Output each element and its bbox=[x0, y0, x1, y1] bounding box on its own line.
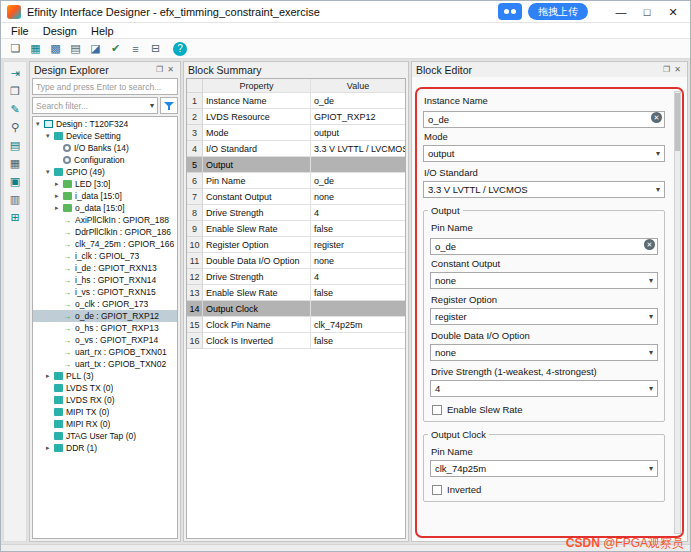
expander-icon[interactable] bbox=[55, 192, 63, 200]
import-icon[interactable]: ⇥ bbox=[7, 66, 23, 81]
table-row[interactable]: 11Double Data I/O Optionnone bbox=[187, 253, 405, 269]
tree-item-ddrpllclkin[interactable]: DdrPllClkIn : GPIOR_186 bbox=[33, 226, 177, 238]
table-row[interactable]: 12Drive Strength4 bbox=[187, 269, 405, 285]
tree-item-ddr[interactable]: DDR (1) bbox=[33, 442, 177, 454]
menu-file[interactable]: File bbox=[4, 25, 36, 37]
minimize-button[interactable]: — bbox=[608, 2, 634, 22]
instance-name-input[interactable] bbox=[423, 111, 665, 128]
maximize-button[interactable]: □ bbox=[634, 2, 660, 22]
floorplan-icon[interactable]: ▦ bbox=[7, 156, 23, 171]
tree-item-i-vs[interactable]: i_vs : GPIOT_RXN15 bbox=[33, 286, 177, 298]
timing-browser-icon[interactable]: ◪ bbox=[87, 41, 104, 57]
table-row[interactable]: 6Pin Nameo_de bbox=[187, 173, 405, 189]
clear-icon[interactable] bbox=[651, 112, 662, 123]
tree-item-o-hs[interactable]: o_hs : GPIOT_RXP13 bbox=[33, 322, 177, 334]
float-icon[interactable] bbox=[154, 64, 165, 75]
table-section-row[interactable]: 14Output Clock bbox=[187, 301, 405, 317]
table-row[interactable]: 3Modeoutput bbox=[187, 125, 405, 141]
tree-item-o-data[interactable]: o_data [15:0] bbox=[33, 202, 177, 214]
table-row[interactable]: 9Enable Slew Ratefalse bbox=[187, 221, 405, 237]
check-design-icon[interactable]: ✔ bbox=[107, 41, 124, 57]
clock-pin-name-select[interactable]: clk_74p25m bbox=[430, 460, 658, 477]
tree-item-i-de[interactable]: i_de : GPIOT_RXN13 bbox=[33, 262, 177, 274]
menu-design[interactable]: Design bbox=[36, 25, 84, 37]
close-icon[interactable] bbox=[672, 64, 683, 75]
expander-icon[interactable] bbox=[46, 132, 54, 140]
tree-item-mipi-tx[interactable]: MIPI TX (0) bbox=[33, 406, 177, 418]
tree-item-clk-74-25m[interactable]: clk_74_25m : GPIOR_166 bbox=[33, 238, 177, 250]
report-icon[interactable]: ▤ bbox=[7, 138, 23, 153]
tree-item-i-data[interactable]: i_data [15:0] bbox=[33, 190, 177, 202]
table-row[interactable]: 7Constant Outputnone bbox=[187, 189, 405, 205]
edit-icon[interactable]: ✎ bbox=[7, 102, 23, 117]
tree-item-i-clk[interactable]: i_clk : GPIOL_73 bbox=[33, 250, 177, 262]
configuration-list-icon[interactable]: ≡ bbox=[127, 41, 144, 57]
resource-report-icon[interactable]: ▤ bbox=[67, 41, 84, 57]
drive-strength-select[interactable]: 4 bbox=[430, 380, 658, 397]
io-standard-select[interactable]: 3.3 V LVTTL / LVCMOS bbox=[423, 181, 665, 198]
design-explorer-header[interactable]: Design Explorer bbox=[30, 62, 180, 77]
tree-item-axipllclkin[interactable]: AxiPllClkIn : GPIOR_188 bbox=[33, 214, 177, 226]
close-button[interactable]: ✕ bbox=[660, 2, 686, 22]
expander-icon[interactable] bbox=[55, 204, 63, 212]
float-icon[interactable] bbox=[661, 64, 672, 75]
double-data-io-select[interactable]: none bbox=[430, 344, 658, 361]
tree-item-uart-rx[interactable]: uart_rx : GPIOB_TXN01 bbox=[33, 346, 177, 358]
inverted-checkbox[interactable] bbox=[432, 485, 442, 495]
filter-button[interactable] bbox=[160, 97, 178, 114]
block-summary-header[interactable]: Block Summary bbox=[184, 62, 408, 77]
register-option-select[interactable]: register bbox=[430, 308, 658, 325]
table-section-row[interactable]: 5Output bbox=[187, 157, 405, 173]
enable-slew-rate-checkbox[interactable] bbox=[432, 405, 442, 415]
table-row[interactable]: 15Clock Pin Nameclk_74p25m bbox=[187, 317, 405, 333]
tree-item-mipi-rx[interactable]: MIPI RX (0) bbox=[33, 418, 177, 430]
tree-item-lvds-tx[interactable]: LVDS TX (0) bbox=[33, 382, 177, 394]
search-filter-combobox[interactable]: Search filter... bbox=[32, 97, 158, 114]
table-row[interactable]: 8Drive Strength4 bbox=[187, 205, 405, 221]
search-input[interactable] bbox=[32, 78, 178, 95]
tree-item-jtag-user-tap[interactable]: JTAG User Tap (0) bbox=[33, 430, 177, 442]
drag-upload-button[interactable]: 拖拽上传 bbox=[528, 3, 588, 20]
tree-item-i-hs[interactable]: i_hs : GPIOT_RXN14 bbox=[33, 274, 177, 286]
tree-item-uart-tx[interactable]: uart_tx : GPIOB_TXN02 bbox=[33, 358, 177, 370]
float-window-icon[interactable]: ❐ bbox=[7, 84, 23, 99]
tree-item-o-de[interactable]: o_de : GPIOT_RXP12 bbox=[33, 310, 177, 322]
memory-icon[interactable]: ▥ bbox=[7, 192, 23, 207]
tree-item-o-vs[interactable]: o_vs : GPIOT_RXP14 bbox=[33, 334, 177, 346]
tree-item-io-banks[interactable]: I/O Banks (14) bbox=[33, 142, 177, 154]
table-row[interactable]: 1Instance Nameo_de bbox=[187, 93, 405, 109]
table-row[interactable]: 16Clock Is Invertedfalse bbox=[187, 333, 405, 349]
scrollbar[interactable] bbox=[674, 91, 681, 534]
constant-output-select[interactable]: none bbox=[430, 272, 658, 289]
upload-widget-icon[interactable] bbox=[498, 3, 522, 20]
expander-icon[interactable] bbox=[46, 444, 54, 452]
block-editor-header[interactable]: Block Editor bbox=[412, 62, 687, 77]
open-project-icon[interactable]: ❏ bbox=[7, 41, 24, 57]
clear-icon[interactable] bbox=[644, 239, 655, 250]
close-icon[interactable] bbox=[165, 64, 176, 75]
print-icon[interactable]: ⊟ bbox=[147, 41, 164, 57]
tree-item-design[interactable]: Design : T120F324 bbox=[33, 118, 177, 130]
table-row[interactable]: 10Register Optionregister bbox=[187, 237, 405, 253]
pin-name-input[interactable] bbox=[430, 238, 658, 255]
pin-grid-icon[interactable]: ⊞ bbox=[7, 210, 23, 225]
scrollbar-thumb[interactable] bbox=[675, 93, 680, 151]
mode-select[interactable]: output bbox=[423, 145, 665, 162]
expander-icon[interactable] bbox=[36, 120, 44, 128]
menu-help[interactable]: Help bbox=[84, 25, 121, 37]
tree-item-o-clk[interactable]: o_clk : GPIOR_173 bbox=[33, 298, 177, 310]
table-row[interactable]: 13Enable Slew Ratefalse bbox=[187, 285, 405, 301]
floorplan-editor-icon[interactable]: ▦ bbox=[27, 41, 44, 57]
package-viewer-icon[interactable]: ▩ bbox=[47, 41, 64, 57]
table-row[interactable]: 4I/O Standard3.3 V LVTTL / LVCMOS bbox=[187, 141, 405, 157]
tree-item-pll[interactable]: PLL (3) bbox=[33, 370, 177, 382]
tree-item-lvds-rx[interactable]: LVDS RX (0) bbox=[33, 394, 177, 406]
tree-item-device-setting[interactable]: Device Setting bbox=[33, 130, 177, 142]
table-row[interactable]: 2LVDS ResourceGPIOT_RXP12 bbox=[187, 109, 405, 125]
expander-icon[interactable] bbox=[46, 168, 54, 176]
tree-item-led[interactable]: LED [3:0] bbox=[33, 178, 177, 190]
expander-icon[interactable] bbox=[46, 372, 54, 380]
tree-item-gpio[interactable]: GPIO (49) bbox=[33, 166, 177, 178]
help-icon[interactable]: ? bbox=[173, 42, 187, 56]
expander-icon[interactable] bbox=[55, 180, 63, 188]
